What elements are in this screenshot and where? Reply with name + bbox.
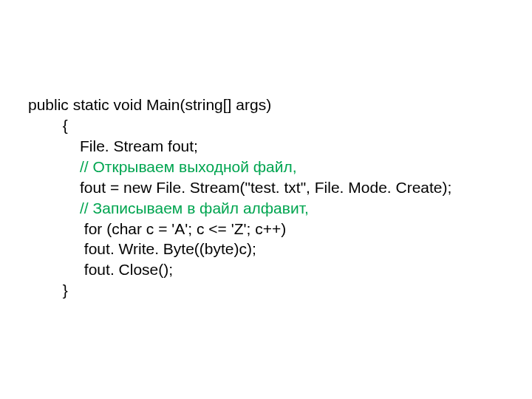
- code-block: public static void Main(string[] args) {…: [0, 0, 532, 301]
- code-line-7: for (char c = 'A'; c <= 'Z'; c++): [28, 219, 532, 239]
- code-line-3: File. Stream fout;: [28, 136, 532, 157]
- code-line-9: fout. Close();: [28, 259, 532, 280]
- code-line-6-comment: // Записываем в файл алфавит,: [28, 198, 532, 219]
- code-line-4-comment: // Открываем выходной файл,: [28, 157, 532, 177]
- code-line-2: {: [28, 115, 532, 136]
- code-line-10: }: [28, 280, 532, 301]
- code-line-5: fout = new File. Stream("test. txt", Fil…: [28, 177, 532, 198]
- code-line-8: fout. Write. Byte((byte)c);: [28, 239, 532, 259]
- code-line-1: public static void Main(string[] args): [28, 95, 532, 115]
